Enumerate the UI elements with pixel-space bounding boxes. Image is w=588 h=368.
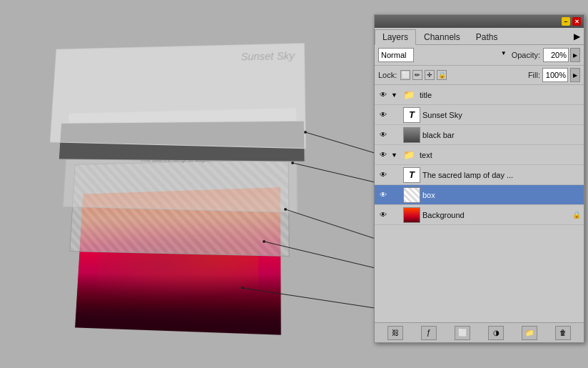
new-group-button[interactable]: 📁 [522, 326, 537, 340]
tab-channels[interactable]: Channels [416, 29, 468, 44]
panel-menu-button[interactable]: ▶ [570, 29, 584, 44]
layer-thumb-title: 📁 [400, 87, 417, 103]
add-adjustment-button[interactable]: ◑ [488, 326, 504, 340]
lock-all-button[interactable]: 🔒 [437, 70, 447, 80]
canvas-area: The sacred lamp of day... Sunset Sky [0, 0, 357, 368]
add-mask-button[interactable]: ⬜ [455, 326, 470, 340]
delete-layer-button[interactable]: 🗑 [555, 326, 571, 340]
layer-eye-black-bar[interactable]: 👁 [377, 129, 389, 141]
minimize-button[interactable]: − [562, 17, 570, 26]
layer-thumb-black-bar [403, 127, 420, 143]
svg-line-4 [285, 209, 384, 242]
layer-item-sacred-lamp[interactable]: 👁 T The sacred lamp of day ... [375, 165, 584, 185]
lock-icons: ⬜ ✏ ✛ 🔒 [400, 70, 447, 80]
layer-expand-title[interactable]: ▼ [391, 91, 398, 99]
fill-group: Fill: ▶ [528, 68, 580, 82]
opacity-arrow-button[interactable]: ▶ [570, 48, 580, 62]
fill-label: Fill: [528, 71, 540, 79]
panel-tabs: Layers Channels Paths ▶ [375, 28, 584, 45]
fill-arrow-button[interactable]: ▶ [570, 68, 580, 82]
layer-name-sacred-lamp: The sacred lamp of day ... [422, 171, 581, 179]
layers-panel: − ✕ Layers Channels Paths ▶ Normal Disso… [374, 14, 584, 343]
opacity-label: Opacity: [512, 51, 540, 59]
layer-thumb-sunset-sky: T [403, 107, 420, 123]
title-layer-card: Sunset Sky [50, 43, 306, 149]
layer-item-title-group[interactable]: 👁 ▼ 📁 title [375, 85, 584, 105]
fill-input[interactable] [542, 68, 568, 82]
lock-position-button[interactable]: ✛ [425, 70, 435, 80]
layer-item-background[interactable]: 👁 Background 🔒 [375, 205, 584, 225]
tab-paths[interactable]: Paths [468, 29, 506, 44]
tab-layers[interactable]: Layers [375, 29, 416, 45]
layer-thumb-text: 📁 [400, 147, 417, 163]
layer-item-text-group[interactable]: 👁 ▼ 📁 text [375, 145, 584, 165]
layer-name-background: Background [422, 211, 570, 219]
blend-mode-select-wrapper: Normal Dissolve Multiply Screen Overlay [378, 48, 509, 62]
layer-eye-background[interactable]: 👁 [377, 209, 389, 221]
lock-pixels-button[interactable]: ✏ [412, 70, 422, 80]
layer-eye-sacred-lamp[interactable]: 👁 [377, 169, 389, 181]
layer-name-sunset-sky: Sunset Sky [422, 111, 581, 119]
lock-row: Lock: ⬜ ✏ ✛ 🔒 Fill: ▶ [375, 66, 584, 85]
lock-label: Lock: [378, 71, 397, 79]
svg-line-2 [293, 163, 384, 184]
blend-mode-select[interactable]: Normal Dissolve Multiply Screen Overlay [378, 48, 414, 62]
layer-lock-icon: 🔒 [572, 211, 581, 219]
lock-transparent-button[interactable]: ⬜ [400, 70, 410, 80]
panel-bottom-toolbar: ⛓ ƒ ⬜ ◑ 📁 🗑 [375, 322, 584, 342]
blend-mode-row: Normal Dissolve Multiply Screen Overlay … [375, 45, 584, 66]
layer-eye-sunset-sky[interactable]: 👁 [377, 109, 389, 121]
layers-stack: The sacred lamp of day... Sunset Sky [29, 31, 328, 338]
opacity-control: ▶ [543, 48, 580, 62]
layers-list: 👁 ▼ 📁 title 👁 T Sunset Sky 👁 black bar 👁… [375, 85, 584, 322]
opacity-input[interactable] [543, 48, 569, 62]
layer-eye-text[interactable]: 👁 [377, 149, 389, 161]
layer-item-black-bar[interactable]: 👁 black bar [375, 125, 584, 145]
layer-eye-title[interactable]: 👁 [377, 89, 389, 101]
svg-line-0 [305, 132, 384, 156]
link-layers-button[interactable]: ⛓ [387, 326, 403, 340]
layer-item-sunset-sky[interactable]: 👁 T Sunset Sky [375, 105, 584, 125]
layer-name-text: text [420, 151, 581, 159]
layer-name-black-bar: black bar [422, 131, 581, 139]
layer-name-box: box [422, 191, 581, 199]
close-button[interactable]: ✕ [572, 17, 581, 26]
panel-titlebar: − ✕ [375, 15, 584, 28]
layer-name-title: title [420, 91, 581, 99]
layer-item-box[interactable]: 👁 box [375, 185, 584, 205]
layer-eye-box[interactable]: 👁 [377, 189, 389, 201]
layer-fx-button[interactable]: ƒ [421, 326, 437, 340]
layer-thumb-background [403, 207, 420, 223]
layer-thumb-box [403, 187, 420, 203]
layer-expand-text[interactable]: ▼ [391, 151, 398, 159]
layer-thumb-sacred-lamp: T [403, 167, 420, 183]
